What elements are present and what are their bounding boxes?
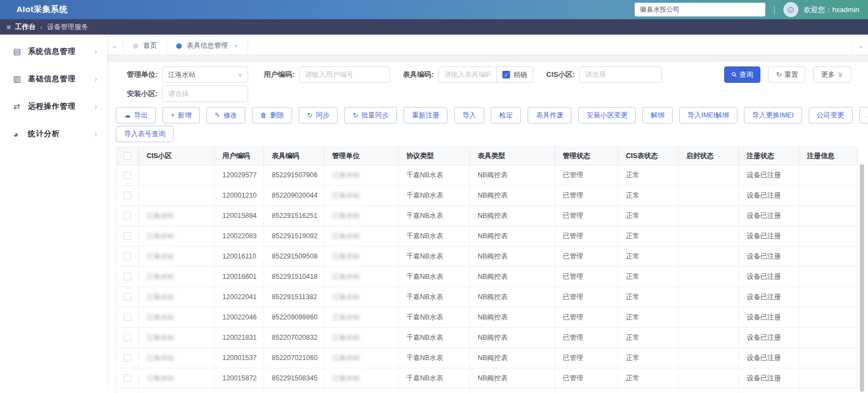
row-checkbox[interactable]	[124, 252, 131, 260]
sync-button[interactable]: ↻ 同步	[299, 107, 338, 123]
filter-user-code: 用户编码:	[264, 66, 389, 83]
meter-void-button[interactable]: 表具作废	[528, 107, 572, 123]
user-code-input[interactable]	[299, 66, 390, 83]
cell-meter-code-link[interactable]: 852291508345	[264, 368, 324, 389]
cell-cis-area: 江洛水站	[139, 267, 215, 287]
cell-protocol-type: 千嘉NB水表	[399, 186, 470, 206]
cell-meter-code-link[interactable]	[264, 389, 324, 393]
import-meterno-query-button[interactable]: 导入表号查询	[116, 126, 173, 142]
row-checkbox[interactable]	[124, 313, 131, 321]
unbind-button[interactable]: 解绑	[642, 107, 673, 123]
export-button[interactable]: ☁ 导出	[116, 107, 156, 123]
cell-seal-status	[679, 287, 739, 307]
cell-user-code: 120016110	[215, 246, 264, 267]
row-checkbox[interactable]	[124, 374, 131, 382]
cell-register-info	[799, 186, 858, 206]
cell-protocol-type: 千嘉NB水表	[399, 348, 470, 368]
cell-seal-status	[679, 348, 739, 368]
row-checkbox[interactable]	[124, 212, 131, 220]
vertical-scrollbar[interactable]	[860, 164, 864, 392]
cell-meter-code-link[interactable]: 852209099860	[264, 307, 324, 328]
exact-checkbox[interactable]: ✓	[502, 71, 510, 78]
cell-cis-status: 正常	[618, 287, 679, 307]
manage-unit-select[interactable]: 江洛水站 ∨	[162, 66, 248, 83]
cell-manage-unit: 江洛水站	[324, 307, 399, 328]
chevron-right-icon: ›	[94, 75, 97, 83]
cell-meter-type: NB阀控表	[470, 389, 555, 393]
select-all-checkbox[interactable]	[124, 152, 131, 160]
cell-register-info	[799, 206, 858, 226]
cell-meter-code-link[interactable]: 852291507906	[264, 165, 324, 186]
cell-cis-area: 江洛水站	[139, 328, 215, 348]
cell-meter-code-link[interactable]: 852209020044	[264, 186, 324, 206]
tab-meter-info[interactable]: 表具信息管理 ×	[167, 37, 248, 54]
column-header: 注册信息	[799, 147, 858, 165]
cell-protocol-type: 千嘉NB水表	[399, 206, 470, 226]
sidebar-item-remote-ops[interactable]: ⇄ 远程操作管理 ›	[0, 93, 107, 120]
exact-label: 精确	[513, 70, 527, 80]
delete-button[interactable]: 🗑 删除	[252, 107, 292, 123]
import-imei-unbind-button[interactable]: 导入IMEI解绑	[679, 107, 737, 123]
table-row: 江洛水站 120001537 852207021060 江洛水站 千嘉NB水表 …	[116, 348, 858, 368]
re-register-button[interactable]: 重新注册	[404, 107, 447, 123]
arrow-left-icon: ←	[111, 42, 119, 50]
search-button[interactable]: ⚲ 查询	[724, 66, 761, 83]
table-row: 120001210 852209020044 江洛水站 千嘉NB水表 NB阀控表…	[116, 186, 858, 206]
cell-meter-code-link[interactable]: 852291511382	[264, 287, 324, 307]
install-area-label: 安装小区:	[127, 89, 158, 99]
install-area-change-button[interactable]: 安装小区变更	[578, 107, 636, 123]
column-header: 管理状态	[555, 147, 618, 165]
meter-query-button[interactable]: 表具查询	[859, 107, 868, 123]
close-icon[interactable]: ×	[234, 42, 238, 50]
cell-meter-code-link[interactable]: 852291510418	[264, 267, 324, 287]
avatar[interactable]: ☺	[783, 2, 798, 17]
meter-code-input[interactable]	[438, 66, 497, 83]
sidebar-item-system-info[interactable]: ▤ 系统信息管理 ›	[0, 38, 107, 65]
row-checkbox[interactable]	[124, 334, 131, 341]
row-checkbox[interactable]	[124, 171, 131, 179]
add-button[interactable]: + 新增	[163, 107, 200, 123]
row-checkbox[interactable]	[124, 354, 131, 362]
cell-seal-status	[679, 307, 739, 328]
app-logo: AIot采集系统	[16, 4, 68, 15]
cell-meter-code-link[interactable]: 852291509508	[264, 246, 324, 267]
cell-meter-code-link[interactable]: 852207020832	[264, 328, 324, 348]
company-change-button[interactable]: 公司变更	[809, 107, 853, 123]
tab-home[interactable]: 首页	[124, 37, 167, 54]
tab-scroll-right-button[interactable]: →	[852, 37, 868, 54]
batch-sync-button[interactable]: ↻ 批量同步	[344, 107, 397, 123]
row-checkbox[interactable]	[124, 232, 131, 240]
cell-manage-unit: 江洛水站	[324, 368, 399, 389]
cell-cis-area	[139, 389, 215, 393]
column-header: 表具类型	[470, 147, 555, 165]
cell-meter-code-link[interactable]: 852291516251	[264, 206, 324, 226]
sidebar-item-stats[interactable]: ◕ 统计分析 ›	[0, 120, 107, 148]
import-replace-imei-button[interactable]: 导入更换IMEI	[744, 107, 802, 123]
hamburger-icon[interactable]: ≡	[7, 23, 11, 31]
row-checkbox[interactable]	[124, 273, 131, 280]
cell-cis-status: 正常	[618, 307, 679, 328]
edit-button[interactable]: ✎ 修改	[206, 107, 245, 123]
row-checkbox[interactable]	[124, 192, 131, 199]
cell-register-status: 设备已注册	[739, 287, 799, 307]
cell-register-status: 设备已注册	[739, 389, 799, 393]
breadcrumb-root[interactable]: 工作台	[15, 23, 36, 32]
more-button[interactable]: 更多 ≫	[813, 66, 852, 83]
verify-button[interactable]: 检定	[491, 107, 521, 123]
install-area-input[interactable]	[162, 86, 248, 102]
import-button[interactable]: 导入	[454, 107, 484, 123]
table-row: 江洛水站 120022046 852209099860 江洛水站 千嘉NB水表 …	[116, 307, 858, 328]
tab-scroll-left-button[interactable]: ←	[107, 37, 124, 54]
cell-meter-code-link[interactable]: 852291519092	[264, 226, 324, 246]
cell-cis-status: 正常	[618, 328, 679, 348]
reset-button[interactable]: ↻ 重置	[768, 66, 805, 83]
refresh-icon: ↻	[776, 71, 781, 78]
tab-bar: ← 首页 表具信息管理 × →	[107, 37, 868, 54]
cell-meter-code-link[interactable]: 852207021060	[264, 348, 324, 368]
exact-match-toggle[interactable]: ✓ 精确	[496, 66, 533, 83]
cis-area-input[interactable]	[579, 66, 662, 83]
sidebar-menu: ▤ 系统信息管理 › ▥ 基础信息管理 › ⇄ 远程操作管理 › ◕ 统计分析 …	[0, 35, 107, 393]
row-checkbox[interactable]	[124, 293, 131, 301]
sidebar-item-base-info[interactable]: ▥ 基础信息管理 ›	[0, 65, 107, 93]
company-search-input[interactable]	[635, 3, 765, 16]
